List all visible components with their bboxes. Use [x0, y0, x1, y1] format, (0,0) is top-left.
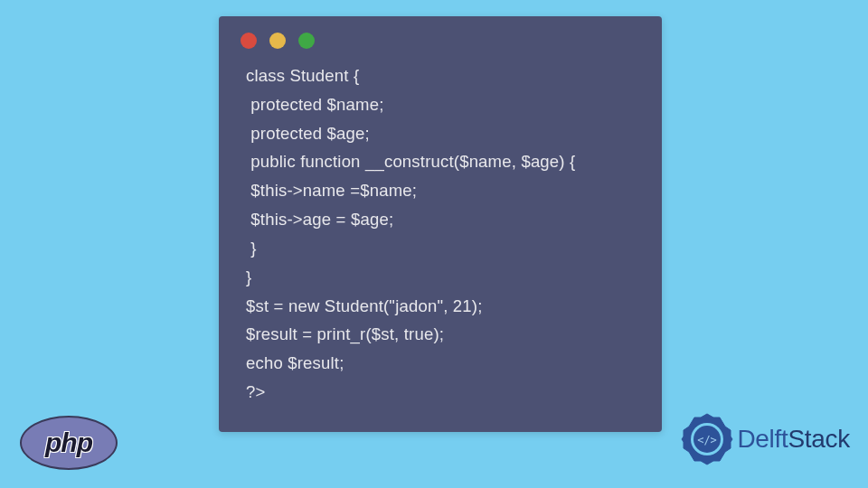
window-controls	[219, 16, 662, 54]
code-line: $this->name =$name;	[246, 181, 417, 200]
code-line: public function __construct($name, $age)…	[246, 152, 575, 171]
code-line: }	[246, 267, 251, 286]
stack-label: Stack	[788, 425, 850, 453]
php-logo-bg: php	[20, 416, 118, 470]
code-line: ?>	[246, 382, 266, 401]
php-logo-text: php	[45, 427, 92, 458]
delftstack-text: DelftStack	[737, 425, 850, 454]
code-line: $result = print_r($st, true);	[246, 324, 444, 343]
code-line: $this->age = $age;	[246, 210, 393, 229]
svg-text:</>: </>	[698, 434, 718, 446]
close-icon	[241, 33, 257, 49]
minimize-icon	[269, 33, 286, 49]
gear-icon: </>	[680, 412, 734, 466]
delftstack-logo: </> DelftStack	[680, 412, 850, 466]
php-logo: php	[20, 416, 119, 472]
code-line: class Student {	[246, 66, 359, 85]
code-line: echo $result;	[246, 353, 344, 372]
delft-label: Delft	[737, 425, 788, 453]
code-line: }	[246, 239, 257, 258]
code-window: class Student { protected $name; protect…	[219, 16, 662, 432]
code-line: protected $name;	[246, 95, 384, 114]
code-line: $st = new Student("jadon", 21);	[246, 296, 483, 315]
code-block: class Student { protected $name; protect…	[219, 54, 662, 425]
code-line: protected $age;	[246, 124, 370, 143]
maximize-icon	[298, 33, 315, 49]
